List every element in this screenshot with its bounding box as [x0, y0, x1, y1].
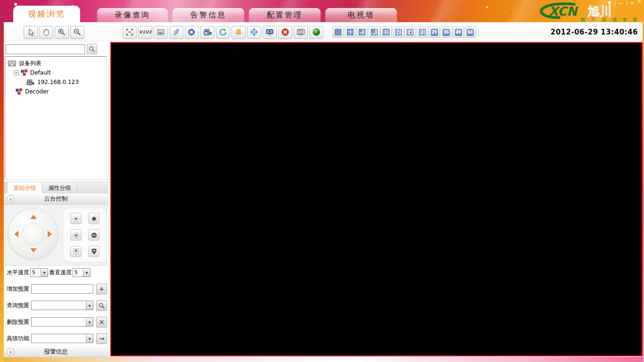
speaker-button[interactable] — [185, 26, 199, 39]
ptz-direction-pad[interactable] — [8, 209, 58, 259]
start-monitor-button[interactable] — [309, 26, 323, 39]
tab-alarm-info[interactable]: 告警信息 — [173, 8, 244, 22]
preset-query-select[interactable]: ▼ — [31, 301, 93, 310]
preset-delete-button[interactable]: × — [96, 317, 107, 328]
stop-button[interactable] — [278, 26, 292, 39]
v1v2-stream-button[interactable]: V1V2 — [138, 26, 152, 39]
preset-query-label: 查询预置 — [7, 302, 31, 310]
tab-record-query[interactable]: 录像查询 — [97, 8, 168, 22]
focus-minus-icon — [91, 248, 98, 255]
layout-49-button[interactable]: 49 — [453, 26, 464, 38]
layout-25-button[interactable]: 25 — [429, 26, 440, 38]
tab-video-browse[interactable]: 视频浏览 — [13, 6, 80, 22]
tree-node-label: Decoder — [25, 88, 49, 95]
layout-9-button[interactable] — [380, 26, 392, 38]
device-search-row — [6, 43, 107, 55]
camera-icon — [26, 79, 34, 85]
pan-button[interactable] — [39, 26, 53, 39]
layout-25-icon: 25 — [431, 29, 438, 36]
ptz-left-icon[interactable] — [14, 231, 18, 237]
preset-add-input[interactable] — [31, 284, 93, 294]
v1v2-label: V1V2 — [139, 30, 151, 34]
preset-add-row: 增加预置 + — [7, 283, 107, 295]
iris-minus-button[interactable] — [88, 213, 99, 224]
tab-config-management[interactable]: 配置管理 — [249, 8, 321, 22]
focus-minus-button[interactable] — [88, 246, 99, 257]
iris-minus-icon — [91, 215, 98, 222]
layout-16-center-button[interactable] — [405, 26, 416, 38]
toolbar-layout-group: 25 36 49 64 — [332, 26, 477, 38]
rollup-icon[interactable]: ▼ — [608, 0, 611, 6]
preset-delete-select[interactable]: ▼ — [31, 317, 93, 327]
snapshot-button[interactable] — [154, 26, 168, 39]
advanced-function-label: 高级功能 — [7, 335, 31, 343]
tab-attribute-group[interactable]: 属性分组 — [42, 182, 77, 194]
tab-original-group[interactable]: 原始分组 — [8, 182, 42, 194]
ptz-center-knob[interactable] — [22, 223, 44, 244]
preset-query-button[interactable] — [96, 300, 107, 311]
layout-1-button[interactable] — [332, 26, 344, 38]
window-frame-bottom — [4, 357, 643, 362]
collapse-expander-icon[interactable] — [14, 70, 19, 76]
microphone-icon — [170, 26, 182, 38]
layout-64-button[interactable]: 64 — [465, 26, 476, 38]
focus-plus-button[interactable] — [70, 246, 82, 257]
dropdown-arrow-icon[interactable]: ▼ — [41, 269, 48, 277]
horizontal-speed-select[interactable]: 5 ▼ — [30, 268, 48, 277]
advanced-go-button[interactable]: → — [96, 333, 107, 344]
search-icon — [99, 303, 105, 309]
alarm-bell-button[interactable] — [231, 26, 246, 39]
layout-6-icon — [359, 29, 365, 35]
advanced-function-select[interactable]: ▼ — [31, 334, 93, 343]
zoom-out-button[interactable] — [70, 26, 84, 39]
microphone-button[interactable] — [169, 26, 183, 39]
screen-capture-button[interactable] — [263, 26, 277, 39]
vertical-speed-select[interactable]: 5 ▼ — [73, 268, 91, 277]
device-search-button[interactable] — [87, 44, 97, 54]
layout-6-button[interactable] — [356, 26, 368, 38]
layout-36-button[interactable]: 36 — [441, 26, 452, 38]
preset-add-button[interactable]: + — [96, 284, 107, 295]
delete-x-icon: × — [99, 318, 105, 326]
tree-node-decoder[interactable]: Decoder — [5, 87, 107, 96]
tree-node-default[interactable]: Default — [5, 68, 107, 77]
layout-36-icon: 36 — [443, 29, 450, 36]
dropdown-arrow-icon[interactable]: ▼ — [83, 269, 90, 277]
ptz-move-button[interactable] — [247, 26, 261, 39]
dropdown-arrow-icon[interactable]: ▼ — [86, 301, 93, 310]
focus-plus-icon — [73, 248, 80, 255]
zoom-plus-button[interactable] — [70, 229, 82, 241]
close-button[interactable]: × — [630, 0, 634, 6]
ptz-section-header: ∨ 云台控制 — [4, 194, 108, 204]
zoom-in-button[interactable] — [55, 26, 69, 39]
ptz-up-icon[interactable] — [30, 215, 37, 219]
layout-13-button[interactable] — [393, 26, 404, 38]
ptz-right-icon[interactable] — [48, 231, 52, 237]
device-search-input[interactable] — [6, 44, 85, 54]
tree-root-device-list[interactable]: 设备列表 — [5, 59, 107, 68]
stop-all-button[interactable] — [294, 26, 308, 39]
layout-16-button[interactable] — [417, 26, 428, 38]
expand-alarm-button[interactable]: ∧ — [7, 348, 15, 356]
registered-mark: ® — [637, 0, 641, 5]
dropdown-arrow-icon[interactable]: ▼ — [86, 334, 93, 343]
layout-8-button[interactable] — [369, 26, 380, 38]
collapse-ptz-button[interactable]: ∨ — [7, 195, 15, 203]
dropdown-arrow-icon[interactable]: ▼ — [86, 318, 93, 326]
minimize-button[interactable]: — — [619, 0, 623, 6]
snapshot-icon — [157, 28, 165, 36]
fullscreen-button[interactable] — [123, 26, 137, 39]
tab-tv-wall[interactable]: 电视墙 — [325, 8, 397, 22]
layout-4-button[interactable] — [345, 26, 356, 38]
ptz-lens-controls — [63, 208, 107, 262]
tree-node-camera[interactable]: 192.168.0.123 — [5, 77, 107, 87]
cursor-button[interactable] — [24, 26, 38, 39]
sidebar: 设备列表 Default — [4, 42, 108, 357]
refresh-button[interactable] — [216, 26, 230, 39]
camcorder-button[interactable] — [200, 26, 215, 39]
zoom-minus-button[interactable] — [88, 229, 99, 241]
iris-plus-button[interactable] — [70, 213, 82, 224]
ptz-down-icon[interactable] — [30, 248, 37, 253]
layout-16-icon — [419, 29, 426, 35]
video-canvas[interactable] — [110, 42, 643, 356]
